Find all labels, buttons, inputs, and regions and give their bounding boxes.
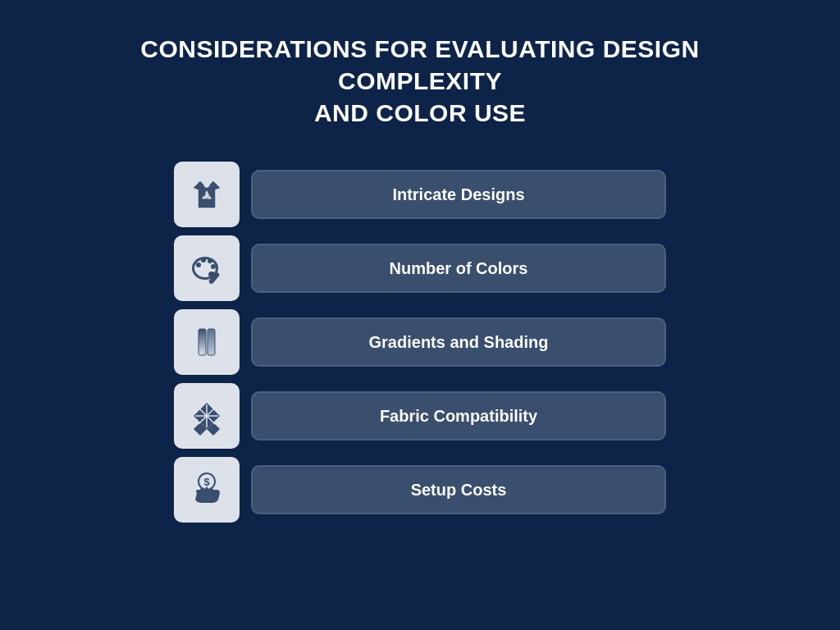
setup-costs-icon-box: $ (174, 457, 240, 523)
intricate-designs-label: Intricate Designs (392, 185, 524, 204)
svg-text:♻: ♻ (203, 192, 211, 201)
number-of-colors-icon-box (174, 235, 240, 301)
list-item: Number of Colors (174, 235, 666, 301)
page-title: CONSIDERATIONS FOR EVALUATING DESIGN COM… (66, 33, 774, 129)
fabric-compatibility-icon-box (174, 383, 240, 449)
svg-rect-12 (199, 329, 206, 355)
money-icon: $ (187, 470, 226, 509)
svg-point-6 (208, 258, 212, 263)
gradients-shading-label: Gradients and Shading (369, 333, 549, 352)
svg-rect-13 (208, 329, 215, 355)
setup-costs-label: Setup Costs (411, 481, 507, 500)
list-item: Fabric Compatibility (174, 383, 666, 449)
number-of-colors-label: Number of Colors (390, 259, 528, 278)
svg-rect-29 (205, 487, 208, 493)
setup-costs-label-box: Setup Costs (251, 465, 666, 514)
fabric-icon (187, 396, 226, 436)
intricate-designs-label-box: Intricate Designs (251, 170, 666, 219)
fabric-compatibility-label-box: Fabric Compatibility (251, 391, 666, 441)
svg-point-7 (211, 264, 216, 269)
fabric-compatibility-label: Fabric Compatibility (380, 407, 537, 426)
title-section: CONSIDERATIONS FOR EVALUATING DESIGN COM… (0, 0, 840, 145)
list-item: Gradients and Shading (174, 309, 666, 375)
svg-text:$: $ (203, 476, 210, 488)
items-container: ♻ Intricate Designs (174, 162, 666, 523)
svg-point-4 (196, 262, 201, 267)
gradients-shading-label-box: Gradients and Shading (251, 317, 666, 367)
svg-rect-28 (200, 488, 203, 493)
gradient-icon (187, 322, 226, 362)
gradients-shading-icon-box (174, 309, 240, 375)
number-of-colors-label-box: Number of Colors (251, 244, 666, 293)
palette-icon (187, 249, 226, 288)
intricate-designs-icon-box: ♻ (174, 162, 240, 227)
list-item: $ Setup Costs (174, 457, 666, 523)
svg-rect-30 (210, 488, 213, 493)
list-item: ♻ Intricate Designs (174, 162, 666, 227)
tshirt-icon: ♻ (187, 175, 226, 214)
svg-point-5 (201, 258, 206, 262)
